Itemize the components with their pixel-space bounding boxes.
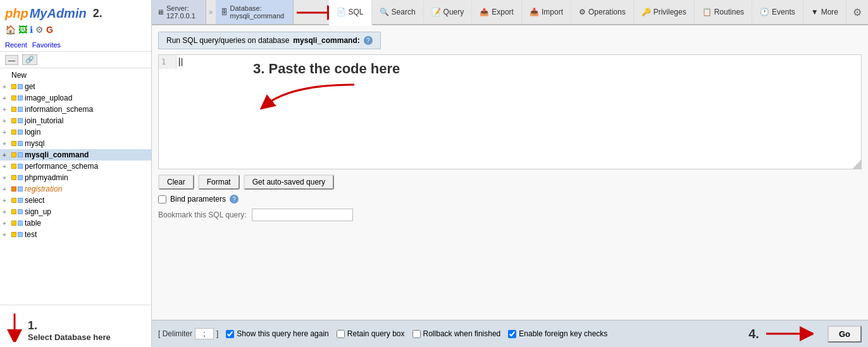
- sidebar-annotation-1: 1. Select Database here: [0, 305, 151, 347]
- tree-item-join-tutorial[interactable]: + join_tutorial: [0, 115, 151, 126]
- bind-params-label[interactable]: Bind parameters: [170, 195, 226, 204]
- retain-query-label[interactable]: Retain query box: [337, 329, 405, 338]
- more-tab-label: More: [821, 8, 838, 16]
- tree-item-login[interactable]: + login: [0, 126, 151, 138]
- tab-more[interactable]: ▼ More: [803, 0, 846, 24]
- bookmark-input[interactable]: [252, 209, 353, 221]
- bookmark-label: Bookmark this SQL query:: [158, 210, 247, 219]
- settings-icon[interactable]: ⚙: [35, 25, 44, 35]
- tab-import[interactable]: 📥 Import: [522, 0, 571, 24]
- tree-item-new[interactable]: New: [0, 70, 151, 81]
- tab-query[interactable]: 📝 Query: [424, 0, 473, 24]
- tab-export[interactable]: 📤 Export: [472, 0, 522, 24]
- tab-routines[interactable]: 📋 Routines: [695, 0, 752, 24]
- annotation-4: 4.: [748, 324, 814, 343]
- expand-icon: +: [3, 220, 11, 227]
- annotation-1-num: 1.: [28, 319, 111, 332]
- g-icon[interactable]: G: [46, 25, 53, 35]
- bind-params-help-icon[interactable]: ?: [230, 195, 239, 204]
- foreign-key-checkbox[interactable]: [508, 330, 516, 338]
- database-tree: New + get + image_upload +: [0, 68, 151, 305]
- format-button[interactable]: Format: [198, 174, 240, 190]
- tree-item-get[interactable]: + get: [0, 81, 151, 92]
- settings-gear-icon[interactable]: ⚙: [846, 0, 868, 24]
- tree-item-select[interactable]: + select: [0, 195, 151, 206]
- collapse-button[interactable]: —: [5, 55, 18, 65]
- export-tab-label: Export: [492, 8, 514, 16]
- table-icon: [18, 95, 23, 100]
- auto-saved-button[interactable]: Get auto-saved query: [244, 174, 334, 190]
- db-icon: [11, 141, 16, 146]
- sql-editor[interactable]: |: [177, 55, 861, 169]
- foreign-key-text: Enable foreign key checks: [519, 329, 607, 338]
- retain-query-checkbox[interactable]: [337, 330, 345, 338]
- image-icon[interactable]: 🖼: [18, 25, 27, 35]
- tree-item-performance-schema[interactable]: + performance_schema: [0, 161, 151, 172]
- tab-sql[interactable]: 📄 SQL: [329, 0, 372, 25]
- bind-params-checkbox[interactable]: [158, 195, 166, 204]
- export-tab-icon: 📤: [480, 8, 489, 16]
- rollback-label[interactable]: Rollback when finished: [412, 329, 501, 338]
- tree-item-mysqli-command[interactable]: + mysqli_command: [0, 149, 151, 161]
- favorites-link[interactable]: Favorites: [32, 41, 61, 49]
- db-icon: 🗄: [221, 8, 228, 16]
- tree-item-mysql[interactable]: + mysql: [0, 138, 151, 149]
- tree-item-image-upload[interactable]: + image_upload: [0, 92, 151, 104]
- foreign-key-label[interactable]: Enable foreign key checks: [508, 329, 607, 338]
- sql-panel-header: Run SQL query/queries on database mysqli…: [158, 32, 381, 49]
- expand-icon: +: [3, 118, 11, 125]
- db-name: phpmyadmin: [25, 173, 68, 182]
- recent-link[interactable]: Recent: [5, 41, 27, 49]
- show-query-checkbox[interactable]: [226, 330, 234, 338]
- show-query-label[interactable]: Show this query here again: [226, 329, 328, 338]
- tab-operations[interactable]: ⚙ Operations: [571, 0, 634, 24]
- nav-tabs: 📄 SQL 🔍 Search 📝 Query 📤 Export 📥: [329, 0, 846, 24]
- search-tab-label: Search: [392, 8, 416, 16]
- logo-php: php: [5, 6, 28, 21]
- tab-privileges[interactable]: 🔑 Privileges: [634, 0, 695, 24]
- db-name: information_schema: [25, 105, 93, 114]
- clear-button[interactable]: Clear: [158, 174, 194, 190]
- run-query-db: mysqli_command:: [293, 36, 359, 45]
- expand-icon: +: [3, 106, 11, 113]
- home-icon[interactable]: 🏠: [5, 25, 16, 35]
- db-icon: [11, 84, 16, 89]
- info-icon[interactable]: ℹ: [30, 25, 33, 35]
- routines-tab-icon: 📋: [702, 8, 712, 16]
- expand-icon: +: [3, 186, 11, 193]
- operations-tab-label: Operations: [588, 8, 626, 16]
- more-tab-icon: ▼: [811, 8, 819, 16]
- rollback-checkbox[interactable]: [412, 330, 421, 338]
- resize-handle[interactable]: [852, 160, 861, 169]
- tree-item-information-schema[interactable]: + information_schema: [0, 104, 151, 115]
- privileges-tab-icon: 🔑: [642, 8, 651, 16]
- topbar: 🖥 Server: 127.0.0.1 » 🗄 Database: mysqli…: [152, 0, 868, 25]
- tree-item-test[interactable]: + test: [0, 229, 151, 240]
- help-icon[interactable]: ?: [364, 36, 373, 45]
- server-breadcrumb[interactable]: 🖥 Server: 127.0.0.1: [152, 0, 206, 24]
- tab-events[interactable]: 🕐 Events: [752, 0, 803, 24]
- database-breadcrumb[interactable]: 🗄 Database: mysqli_command: [216, 0, 294, 24]
- tab-search[interactable]: 🔍 Search: [372, 0, 424, 24]
- link-button[interactable]: 🔗: [22, 54, 37, 65]
- logo-icons: 🏠 🖼 ℹ ⚙ G: [5, 25, 146, 35]
- tree-item-phpmyadmin[interactable]: + phpmyadmin: [0, 172, 151, 183]
- routines-tab-label: Routines: [714, 8, 744, 16]
- tree-item-sign-up[interactable]: + sign_up: [0, 206, 151, 217]
- delimiter-open-bracket: [ Delimiter: [158, 329, 192, 338]
- expand-icon: +: [3, 140, 11, 147]
- annotation-1-text: Select Database here: [28, 332, 111, 342]
- db-icon: [11, 130, 16, 135]
- delimiter-input[interactable]: [195, 328, 214, 339]
- tree-item-table[interactable]: + table: [0, 217, 151, 229]
- show-query-text: Show this query here again: [237, 329, 328, 338]
- cursor: |: [179, 58, 184, 66]
- expand-icon: +: [3, 152, 11, 159]
- query-tab-icon: 📝: [431, 8, 441, 16]
- go-button[interactable]: Go: [828, 326, 862, 343]
- query-tab-label: Query: [443, 8, 464, 16]
- db-name: mysqli_command: [25, 150, 89, 159]
- tree-item-registration[interactable]: + registration: [0, 183, 151, 195]
- db-name: mysql: [25, 139, 44, 148]
- db-icon: [11, 175, 16, 180]
